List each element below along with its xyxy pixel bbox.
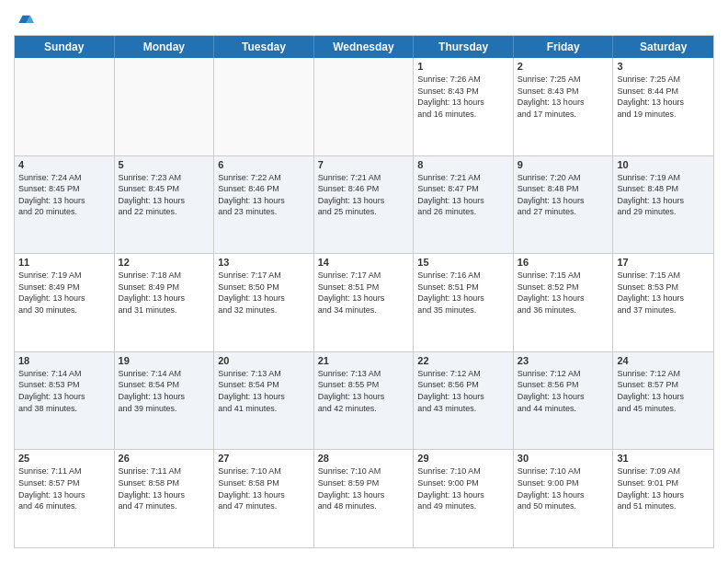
- cell-info: Sunrise: 7:20 AMSunset: 8:48 PMDaylight:…: [518, 172, 609, 218]
- calendar-row-2: 11Sunrise: 7:19 AMSunset: 8:49 PMDayligh…: [15, 253, 713, 351]
- calendar-cell: [15, 58, 115, 155]
- page: SundayMondayTuesdayWednesdayThursdayFrid…: [0, 0, 728, 563]
- cell-info: Sunrise: 7:21 AMSunset: 8:47 PMDaylight:…: [417, 172, 509, 218]
- cell-info: Sunrise: 7:11 AMSunset: 8:58 PMDaylight:…: [119, 465, 210, 511]
- day-number: 29: [417, 453, 509, 464]
- calendar-cell: 13Sunrise: 7:17 AMSunset: 8:50 PMDayligh…: [214, 254, 314, 351]
- calendar-cell: 31Sunrise: 7:09 AMSunset: 9:01 PMDayligh…: [613, 450, 713, 547]
- day-number: 6: [218, 159, 310, 170]
- calendar-row-4: 25Sunrise: 7:11 AMSunset: 8:57 PMDayligh…: [15, 449, 713, 547]
- day-number: 26: [119, 453, 210, 464]
- calendar-cell: 29Sunrise: 7:10 AMSunset: 9:00 PMDayligh…: [414, 450, 514, 547]
- calendar-cell: 2Sunrise: 7:25 AMSunset: 8:43 PMDaylight…: [514, 58, 614, 155]
- calendar-cell: 16Sunrise: 7:15 AMSunset: 8:52 PMDayligh…: [514, 254, 614, 351]
- cell-info: Sunrise: 7:10 AMSunset: 9:00 PMDaylight:…: [417, 465, 509, 511]
- cell-info: Sunrise: 7:16 AMSunset: 8:51 PMDaylight:…: [417, 270, 509, 316]
- cell-info: Sunrise: 7:26 AMSunset: 8:43 PMDaylight:…: [417, 74, 509, 120]
- calendar-cell: 4Sunrise: 7:24 AMSunset: 8:45 PMDaylight…: [15, 156, 115, 254]
- day-number: 16: [518, 257, 609, 268]
- day-number: 1: [417, 61, 509, 72]
- cell-info: Sunrise: 7:21 AMSunset: 8:46 PMDaylight:…: [318, 172, 410, 218]
- calendar-cell: 11Sunrise: 7:19 AMSunset: 8:49 PMDayligh…: [15, 254, 115, 351]
- day-number: 14: [318, 257, 410, 268]
- logo: [14, 9, 34, 28]
- calendar-cell: 8Sunrise: 7:21 AMSunset: 8:47 PMDaylight…: [414, 156, 514, 254]
- calendar-cell: 22Sunrise: 7:12 AMSunset: 8:56 PMDayligh…: [414, 352, 514, 450]
- calendar-cell: 27Sunrise: 7:10 AMSunset: 8:58 PMDayligh…: [214, 450, 314, 547]
- day-number: 8: [417, 159, 509, 170]
- cell-info: Sunrise: 7:22 AMSunset: 8:46 PMDaylight:…: [218, 172, 310, 218]
- day-number: 24: [617, 355, 710, 366]
- calendar-cell: 18Sunrise: 7:14 AMSunset: 8:53 PMDayligh…: [15, 352, 115, 450]
- day-number: 30: [518, 453, 609, 464]
- cell-info: Sunrise: 7:17 AMSunset: 8:50 PMDaylight:…: [218, 270, 310, 316]
- day-number: 12: [119, 257, 210, 268]
- cell-info: Sunrise: 7:19 AMSunset: 8:49 PMDaylight:…: [18, 270, 110, 316]
- calendar-cell: [214, 58, 314, 155]
- calendar-body: 1Sunrise: 7:26 AMSunset: 8:43 PMDaylight…: [15, 58, 713, 547]
- calendar-cell: 30Sunrise: 7:10 AMSunset: 9:00 PMDayligh…: [514, 450, 614, 547]
- day-number: 7: [318, 159, 410, 170]
- day-number: 9: [518, 159, 609, 170]
- day-number: 3: [617, 61, 710, 72]
- day-number: 19: [119, 355, 210, 366]
- calendar-header: SundayMondayTuesdayWednesdayThursdayFrid…: [15, 36, 713, 58]
- calendar: SundayMondayTuesdayWednesdayThursdayFrid…: [14, 35, 714, 548]
- calendar-cell: 26Sunrise: 7:11 AMSunset: 8:58 PMDayligh…: [115, 450, 215, 547]
- day-number: 31: [617, 453, 710, 464]
- cell-info: Sunrise: 7:12 AMSunset: 8:57 PMDaylight:…: [617, 368, 710, 414]
- calendar-cell: 24Sunrise: 7:12 AMSunset: 8:57 PMDayligh…: [613, 352, 713, 450]
- calendar-header-friday: Friday: [514, 36, 614, 58]
- cell-info: Sunrise: 7:10 AMSunset: 8:58 PMDaylight:…: [218, 465, 310, 511]
- calendar-cell: 23Sunrise: 7:12 AMSunset: 8:56 PMDayligh…: [514, 352, 614, 450]
- logo-icon: [16, 9, 34, 28]
- day-number: 28: [318, 453, 410, 464]
- calendar-cell: 9Sunrise: 7:20 AMSunset: 8:48 PMDaylight…: [514, 156, 614, 254]
- day-number: 15: [417, 257, 509, 268]
- cell-info: Sunrise: 7:12 AMSunset: 8:56 PMDaylight:…: [417, 368, 509, 414]
- day-number: 20: [218, 355, 310, 366]
- day-number: 5: [119, 159, 210, 170]
- cell-info: Sunrise: 7:15 AMSunset: 8:52 PMDaylight:…: [518, 270, 609, 316]
- calendar-cell: 14Sunrise: 7:17 AMSunset: 8:51 PMDayligh…: [314, 254, 415, 351]
- day-number: 13: [218, 257, 310, 268]
- day-number: 2: [518, 61, 609, 72]
- cell-info: Sunrise: 7:10 AMSunset: 9:00 PMDaylight:…: [518, 465, 609, 511]
- calendar-cell: [314, 58, 415, 155]
- calendar-cell: 25Sunrise: 7:11 AMSunset: 8:57 PMDayligh…: [15, 450, 115, 547]
- cell-info: Sunrise: 7:25 AMSunset: 8:44 PMDaylight:…: [617, 74, 710, 120]
- cell-info: Sunrise: 7:13 AMSunset: 8:54 PMDaylight:…: [218, 368, 310, 414]
- cell-info: Sunrise: 7:18 AMSunset: 8:49 PMDaylight:…: [119, 270, 210, 316]
- calendar-header-monday: Monday: [115, 36, 215, 58]
- calendar-cell: [115, 58, 215, 155]
- cell-info: Sunrise: 7:14 AMSunset: 8:54 PMDaylight:…: [119, 368, 210, 414]
- calendar-cell: 3Sunrise: 7:25 AMSunset: 8:44 PMDaylight…: [613, 58, 713, 155]
- calendar-header-sunday: Sunday: [15, 36, 115, 58]
- calendar-cell: 12Sunrise: 7:18 AMSunset: 8:49 PMDayligh…: [115, 254, 215, 351]
- day-number: 21: [318, 355, 410, 366]
- day-number: 10: [617, 159, 710, 170]
- cell-info: Sunrise: 7:09 AMSunset: 9:01 PMDaylight:…: [617, 465, 710, 511]
- calendar-cell: 5Sunrise: 7:23 AMSunset: 8:45 PMDaylight…: [115, 156, 215, 254]
- calendar-header-tuesday: Tuesday: [214, 36, 314, 58]
- day-number: 11: [18, 257, 110, 268]
- cell-info: Sunrise: 7:17 AMSunset: 8:51 PMDaylight:…: [318, 270, 410, 316]
- calendar-cell: 19Sunrise: 7:14 AMSunset: 8:54 PMDayligh…: [115, 352, 215, 450]
- cell-info: Sunrise: 7:14 AMSunset: 8:53 PMDaylight:…: [18, 368, 110, 414]
- day-number: 18: [18, 355, 110, 366]
- calendar-cell: 10Sunrise: 7:19 AMSunset: 8:48 PMDayligh…: [613, 156, 713, 254]
- day-number: 22: [417, 355, 509, 366]
- calendar-cell: 17Sunrise: 7:15 AMSunset: 8:53 PMDayligh…: [613, 254, 713, 351]
- calendar-cell: 15Sunrise: 7:16 AMSunset: 8:51 PMDayligh…: [414, 254, 514, 351]
- calendar-header-saturday: Saturday: [613, 36, 713, 58]
- calendar-cell: 20Sunrise: 7:13 AMSunset: 8:54 PMDayligh…: [214, 352, 314, 450]
- calendar-row-0: 1Sunrise: 7:26 AMSunset: 8:43 PMDaylight…: [15, 58, 713, 155]
- calendar-header-wednesday: Wednesday: [314, 36, 415, 58]
- calendar-cell: 6Sunrise: 7:22 AMSunset: 8:46 PMDaylight…: [214, 156, 314, 254]
- cell-info: Sunrise: 7:13 AMSunset: 8:55 PMDaylight:…: [318, 368, 410, 414]
- calendar-row-3: 18Sunrise: 7:14 AMSunset: 8:53 PMDayligh…: [15, 351, 713, 450]
- cell-info: Sunrise: 7:11 AMSunset: 8:57 PMDaylight:…: [18, 465, 110, 511]
- day-number: 25: [18, 453, 110, 464]
- cell-info: Sunrise: 7:19 AMSunset: 8:48 PMDaylight:…: [617, 172, 710, 218]
- cell-info: Sunrise: 7:24 AMSunset: 8:45 PMDaylight:…: [18, 172, 110, 218]
